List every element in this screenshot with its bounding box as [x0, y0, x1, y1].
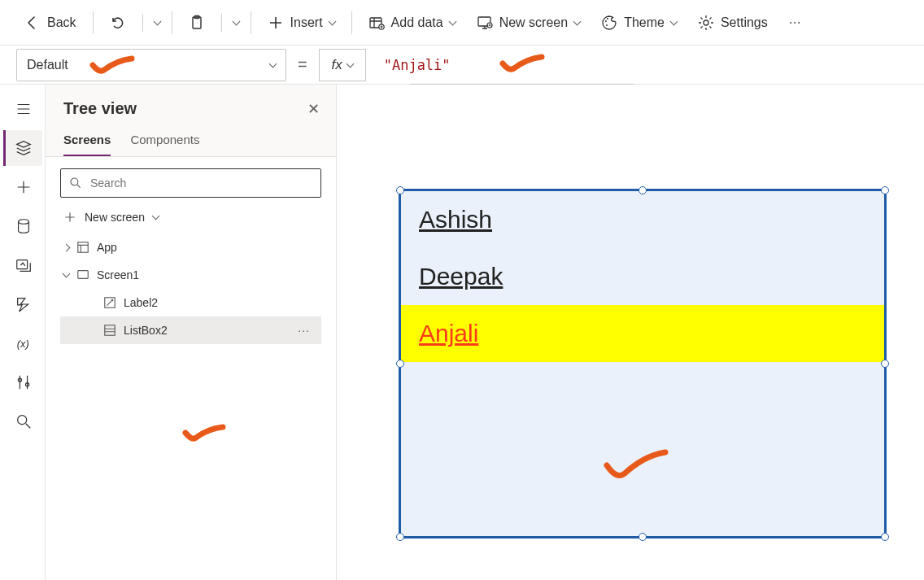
chevron-down-icon	[63, 270, 71, 278]
resize-handle[interactable]	[881, 360, 889, 368]
gear-icon	[698, 15, 714, 31]
tab-components[interactable]: Components	[130, 126, 199, 156]
chevron-down-icon	[328, 17, 336, 25]
chevron-down-icon	[153, 17, 161, 25]
svg-point-10	[19, 220, 29, 225]
back-button[interactable]: Back	[16, 10, 85, 36]
paste-dropdown[interactable]	[230, 16, 242, 29]
undo-dropdown[interactable]	[151, 16, 163, 29]
rail-search[interactable]	[3, 403, 42, 439]
rail-variables[interactable]: (x)	[3, 325, 42, 361]
data-icon	[368, 15, 385, 31]
app-icon	[76, 240, 90, 255]
tree-node-label: App	[97, 241, 117, 254]
rail-advanced-tools[interactable]	[3, 364, 42, 400]
rail-tree-view[interactable]	[3, 130, 42, 166]
overflow-button[interactable]: ···	[781, 9, 809, 36]
toolbar-separator	[251, 11, 251, 34]
rail-insert[interactable]	[3, 169, 42, 205]
chevron-down-icon	[346, 59, 354, 68]
undo-button[interactable]	[102, 10, 134, 36]
svg-point-7	[607, 18, 608, 20]
resize-handle[interactable]	[396, 186, 404, 194]
screen-icon	[477, 15, 493, 31]
fx-button[interactable]: fx	[319, 49, 366, 81]
settings-button[interactable]: Settings	[690, 10, 776, 36]
rail-power-automate[interactable]	[3, 286, 42, 322]
resize-handle[interactable]	[881, 186, 889, 194]
svg-point-6	[605, 20, 607, 22]
listbox-item[interactable]: Ashish	[401, 191, 884, 248]
svg-rect-11	[17, 260, 28, 269]
fx-label: fx	[332, 57, 342, 73]
add-data-button[interactable]: Add data	[360, 10, 464, 36]
chevron-right-icon	[63, 243, 71, 251]
chevron-down-icon	[232, 17, 240, 25]
resize-handle[interactable]	[396, 533, 404, 541]
clipboard-icon	[189, 15, 205, 31]
svg-text:(x): (x)	[17, 338, 29, 350]
tree-tabs: Screens Components	[46, 126, 336, 157]
chevron-down-icon	[269, 59, 277, 68]
tree-node-label: Screen1	[97, 268, 139, 281]
tab-screens[interactable]: Screens	[63, 126, 111, 156]
tree-node-app[interactable]: App	[60, 233, 321, 261]
toolbar-separator	[142, 14, 143, 32]
property-selector[interactable]: Default	[16, 49, 286, 81]
resize-handle[interactable]	[881, 533, 889, 541]
search-input[interactable]	[90, 177, 312, 190]
canvas[interactable]: Ashish Deepak Anjali	[337, 85, 924, 580]
svg-rect-18	[78, 271, 88, 279]
label-icon	[102, 295, 117, 310]
property-name: Default	[27, 58, 68, 72]
plus-icon	[268, 15, 284, 31]
tree-view-title: Tree view	[63, 99, 137, 118]
new-screen-label: New screen	[85, 211, 145, 224]
svg-rect-20	[105, 325, 115, 335]
tree-node-label: Label2	[124, 296, 158, 309]
search-icon	[69, 177, 82, 190]
arrow-left-icon	[24, 15, 41, 31]
listbox-item-selected[interactable]: Anjali	[401, 305, 884, 362]
equals-sign: =	[298, 55, 307, 74]
tree-body: New screen App Screen1 Label2 ListBox2 ·	[46, 157, 336, 580]
svg-point-16	[71, 178, 78, 185]
rail-data[interactable]	[3, 208, 42, 244]
tree-node-label2[interactable]: Label2	[60, 289, 321, 316]
resize-handle[interactable]	[639, 533, 647, 541]
chevron-down-icon	[669, 17, 678, 25]
insert-label: Insert	[290, 15, 323, 30]
search-box[interactable]	[60, 168, 321, 198]
insert-button[interactable]: Insert	[259, 10, 343, 36]
tree-node-screen1[interactable]: Screen1	[60, 261, 321, 289]
add-data-label: Add data	[391, 15, 443, 30]
formula-input[interactable]	[377, 49, 908, 81]
theme-button[interactable]: Theme	[593, 10, 685, 36]
tree-node-label: ListBox2	[124, 324, 168, 337]
close-icon[interactable]: ✕	[307, 100, 320, 118]
top-toolbar: Back Insert Add data New screen Theme Se…	[0, 0, 924, 46]
resize-handle[interactable]	[396, 360, 404, 368]
new-screen-label: New screen	[499, 15, 568, 30]
toolbar-separator	[351, 11, 352, 34]
toolbar-separator	[172, 11, 172, 34]
back-label: Back	[47, 15, 76, 30]
screen-icon	[76, 268, 90, 282]
svg-point-8	[606, 24, 608, 26]
listbox-item[interactable]: Deepak	[401, 248, 884, 305]
toolbar-separator	[221, 14, 222, 32]
listbox-control[interactable]: Ashish Deepak Anjali	[399, 189, 887, 539]
tree-node-listbox2[interactable]: ListBox2 ···	[60, 316, 321, 344]
toolbar-separator	[93, 11, 94, 34]
svg-rect-17	[78, 242, 88, 252]
paste-button[interactable]	[181, 10, 213, 36]
rail-hamburger[interactable]	[3, 91, 42, 127]
theme-label: Theme	[624, 15, 665, 30]
node-options-icon[interactable]: ···	[298, 324, 318, 337]
undo-icon	[110, 15, 126, 31]
resize-handle[interactable]	[639, 186, 647, 194]
new-screen-button[interactable]: New screen	[469, 10, 588, 36]
chevron-down-icon	[151, 212, 159, 220]
new-screen-link[interactable]: New screen	[60, 206, 321, 233]
rail-media[interactable]	[3, 247, 42, 283]
